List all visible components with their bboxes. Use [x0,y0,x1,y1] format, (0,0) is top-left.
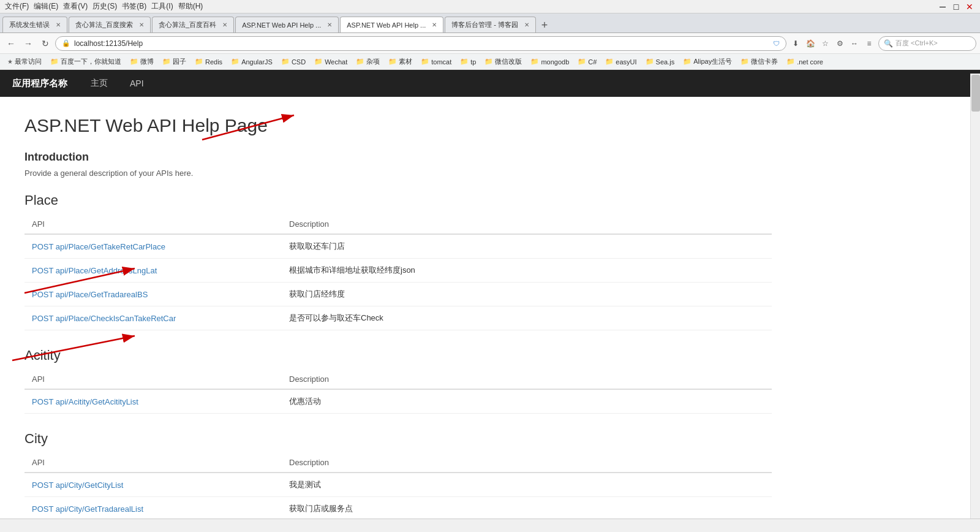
bookmark-csharp[interactable]: 📁 C# [574,56,600,67]
bookmark-alipay[interactable]: 📁 Alipay生活号 [679,56,736,67]
menu-file[interactable]: 文件(F) [5,1,29,12]
tab-1-close[interactable]: ✕ [56,21,61,28]
tab-6-label: 博客后台管理 - 博客园 [451,20,518,29]
reload-button[interactable]: ↻ [38,36,53,51]
bookmark-yuanzi[interactable]: 📁 园子 [159,56,190,67]
api-table-acitity: API Description POST api/Acitity/GetAcit… [24,370,772,414]
api-link-place-1[interactable]: POST api/Place/GetTakeRetCarPlace [32,242,165,251]
address-bar: ← → ↻ 🔒 localhost:12135/Help 🛡 ⬇ 🏠 ☆ ⚙ ↔… [0,33,980,54]
tab-3[interactable]: 贪心算法_百度百科 ✕ [152,17,234,32]
tab-6[interactable]: 博客后台管理 - 博客园 ✕ [445,17,536,32]
forward-button[interactable]: → [21,36,36,51]
bookmark-misc-label: 杂项 [366,57,380,66]
search-icon: 🔍 [884,39,893,48]
api-link-city-1[interactable]: POST api/City/GetCityList [32,481,123,490]
address-icons: ⬇ 🏠 ☆ ⚙ ↔ ≡ [789,37,876,50]
bookmark-wechat-coupon[interactable]: 📁 微信卡券 [737,56,782,67]
tab-bar: 系统发生错误 ✕ 贪心算法_百度搜索 ✕ 贪心算法_百度百科 ✕ ASP.NET… [0,13,980,33]
bookmark-wechat-update[interactable]: 📁 微信改版 [481,56,526,67]
section-place-title: Place [24,192,772,208]
api-desc-city-1: 我是测试 [282,473,772,497]
bookmark-redis-label: Redis [205,58,222,66]
menu-edit[interactable]: 编辑(E) [34,1,58,12]
folder-icon: 📁 [388,58,397,66]
bookmark-redis[interactable]: 📁 Redis [191,56,226,67]
tab-5[interactable]: ASP.NET Web API Help ... ✕ [340,17,443,32]
folder-icon: 📁 [231,58,239,66]
bookmark-weibo[interactable]: 📁 微博 [126,56,157,67]
api-link-place-4[interactable]: POST api/Place/CheckIsCanTakeRetCar [32,314,176,323]
bookmark-wechat[interactable]: 📁 Wechat [311,56,351,67]
menu-bar: 文件(F) 编辑(E) 查看(V) 历史(S) 书签(B) 工具(I) 帮助(H… [5,1,203,12]
tab-2[interactable]: 贪心算法_百度搜索 ✕ [69,17,151,32]
bookmark-weibo-label: 微博 [140,57,154,66]
table-row: POST api/Place/CheckIsCanTakeRetCar 是否可以… [24,306,772,330]
table-row: POST api/Place/GetTradarealBS 获取门店经纬度 [24,283,772,306]
bookmark-misc[interactable]: 📁 杂项 [352,56,383,67]
bookmark-csd[interactable]: 📁 CSD [277,56,309,67]
minimize-button[interactable]: ─ [937,1,948,12]
folder-icon: 📁 [683,58,692,66]
back-button[interactable]: ← [4,36,18,51]
close-button[interactable]: ✕ [964,1,975,12]
bookmark-frequent[interactable]: ★ 最常访问 [4,56,45,67]
new-tab-button[interactable]: + [537,18,552,32]
nav-home[interactable]: 主页 [86,75,113,91]
tab-1-label: 系统发生错误 [9,20,50,29]
bookmark-angularjs[interactable]: 📁 AngularJS [227,56,276,67]
maximize-button[interactable]: □ [951,1,962,12]
folder-icon: 📁 [530,58,539,66]
folder-icon: 📁 [484,58,493,66]
bookmark-easyui[interactable]: 📁 easyUI [601,56,640,67]
address-input-container[interactable]: 🔒 localhost:12135/Help 🛡 [55,36,786,51]
page-title: ASP.NET Web API Help Page [24,115,772,136]
bookmark-baidu[interactable]: 📁 百度一下，你就知道 [47,56,125,67]
sync-button[interactable]: ↔ [848,37,861,50]
bookmark-tomcat[interactable]: 📁 tomcat [417,56,455,67]
home-button[interactable]: 🏠 [804,37,817,50]
star-icon: ★ [7,58,13,65]
menu-bookmarks[interactable]: 书签(B) [122,1,146,12]
menu-button[interactable]: ≡ [862,37,876,50]
api-desc-acitity-1: 优惠活动 [282,389,772,414]
tab-2-close[interactable]: ✕ [139,21,144,28]
tab-6-close[interactable]: ✕ [524,21,529,28]
tab-5-close[interactable]: ✕ [432,21,437,28]
table-row: POST api/City/GetTradarealList 获取门店或服务点 [24,497,772,521]
menu-view[interactable]: 查看(V) [63,1,88,12]
tab-4-close[interactable]: ✕ [327,21,332,28]
title-bar: 文件(F) 编辑(E) 查看(V) 历史(S) 书签(B) 工具(I) 帮助(H… [0,0,980,13]
api-link-place-2[interactable]: POST api/Place/GetAddressLngLat [32,266,157,275]
bookmark-button[interactable]: ☆ [818,37,832,50]
api-link-acitity-1[interactable]: POST api/Acitity/GetAcitityList [32,397,138,406]
bookmark-mongodb[interactable]: 📁 mongodb [527,56,573,67]
nav-api[interactable]: API [125,76,149,91]
tab-4[interactable]: ASP.NET Web API Help ... ✕ [235,17,339,32]
bookmark-material-label: 素材 [399,57,412,66]
folder-icon: 📁 [741,58,749,66]
menu-tools[interactable]: 工具(I) [151,1,173,12]
bookmark-netcore-label: .net core [797,58,823,66]
bookmark-seajs[interactable]: 📁 Sea.js [642,56,679,67]
intro-heading: Introduction [24,151,772,164]
download-button[interactable]: ⬇ [789,37,802,50]
tab-3-close[interactable]: ✕ [222,21,227,28]
bookmark-tp[interactable]: 📁 tp [456,56,480,67]
tab-1[interactable]: 系统发生错误 ✕ [2,17,67,32]
api-link-place-3[interactable]: POST api/Place/GetTradarealBS [32,290,148,299]
folder-icon: 📁 [646,58,654,66]
shield-icon: 🛡 [773,40,780,47]
menu-history[interactable]: 历史(S) [92,1,117,12]
main-content: ASP.NET Web API Help Page Introduction P… [0,97,796,532]
api-link-city-2[interactable]: POST api/City/GetTradarealList [32,504,143,514]
api-desc-place-1: 获取取还车门店 [282,234,772,259]
bookmark-netcore[interactable]: 📁 .net core [783,56,827,67]
api-desc-place-3: 获取门店经纬度 [282,283,772,306]
search-container[interactable]: 🔍 百度 <Ctrl+K> [878,36,976,51]
scrollbar-thumb[interactable] [971,75,980,112]
scrollbar[interactable] [970,74,980,519]
tab-2-label: 贪心算法_百度搜索 [75,20,133,29]
menu-help[interactable]: 帮助(H) [178,1,203,12]
bookmark-material[interactable]: 📁 素材 [385,56,416,67]
settings-button[interactable]: ⚙ [833,37,846,50]
